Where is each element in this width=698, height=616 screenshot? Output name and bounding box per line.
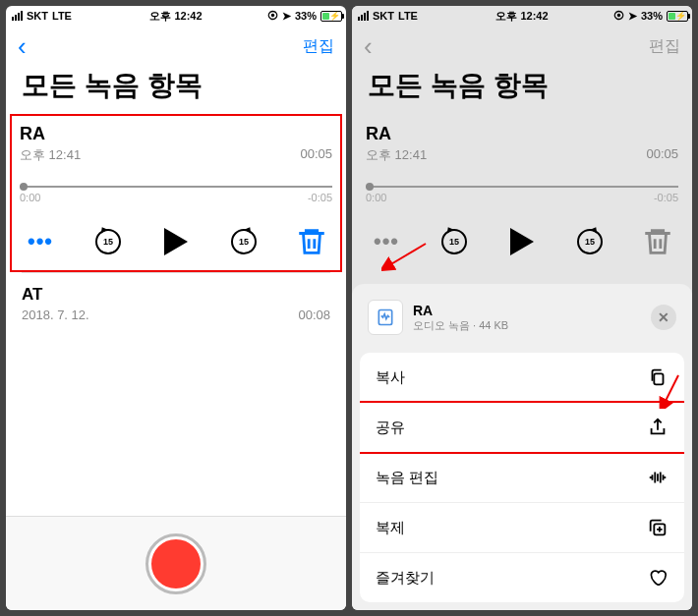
delete-button[interactable] xyxy=(641,225,674,258)
svg-rect-2 xyxy=(654,373,663,384)
clock-icon: ⦿ xyxy=(613,10,624,22)
scrub-end: -0:05 xyxy=(654,192,678,203)
item-duration: 00:08 xyxy=(298,308,330,322)
status-bar: SKT LTE 오후 12:42 ⦿ ➤ 33% ⚡ xyxy=(352,6,692,26)
signal-icon xyxy=(12,11,23,21)
status-bar: SKT LTE 오후 12:42 ⦿ ➤ 33% ⚡ xyxy=(6,6,346,26)
scrubber[interactable]: 0:00 -0:05 xyxy=(366,186,678,203)
action-share[interactable]: 공유 xyxy=(360,403,684,453)
action-favorite[interactable]: 즐겨찾기 xyxy=(360,553,684,602)
skip-back-button[interactable]: 15 xyxy=(437,225,471,258)
network: LTE xyxy=(398,10,418,22)
record-bar xyxy=(6,516,346,610)
skip-forward-icon: 15 xyxy=(231,229,257,254)
copy-icon xyxy=(647,366,669,388)
action-label: 즐겨찾기 xyxy=(376,569,435,588)
nav-bar: ‹ 편집 xyxy=(6,26,346,67)
record-button[interactable] xyxy=(148,536,204,591)
phone-right: SKT LTE 오후 12:42 ⦿ ➤ 33% ⚡ ‹ 편집 모든 녹음 항목… xyxy=(352,6,692,610)
scrubber-thumb[interactable] xyxy=(20,183,28,191)
carrier: SKT xyxy=(27,10,48,22)
skip-forward-icon: 15 xyxy=(577,229,603,254)
scrub-start: 0:00 xyxy=(366,192,386,203)
edit-button[interactable]: 편집 xyxy=(303,36,334,57)
carrier: SKT xyxy=(373,10,394,22)
action-copy[interactable]: 복사 xyxy=(360,353,684,403)
clock-icon: ⦿ xyxy=(267,10,278,22)
back-button[interactable]: ‹ xyxy=(364,31,373,62)
status-time: 오후 12:42 xyxy=(495,9,548,24)
close-button[interactable]: ✕ xyxy=(651,305,676,330)
network: LTE xyxy=(52,10,72,22)
sheet-header: RA 오디오 녹음 · 44 KB ✕ xyxy=(360,292,684,343)
sheet-file-meta: 오디오 녹음 · 44 KB xyxy=(413,318,641,333)
recorded-at: 오후 12:41 xyxy=(366,146,427,164)
sheet-actions: 복사 공유 녹음 편집 복제 즐겨찾기 xyxy=(360,353,684,602)
trash-icon xyxy=(641,225,674,258)
expanded-recording[interactable]: RA 오후 12:41 00:05 0:00 -0:05 ••• 15 15 xyxy=(6,114,346,272)
action-duplicate[interactable]: 복제 xyxy=(360,503,684,553)
page-title: 모든 녹음 항목 xyxy=(6,67,346,114)
battery-icon: ⚡ xyxy=(667,11,686,22)
duration: 00:05 xyxy=(646,146,678,164)
sheet-file-name: RA xyxy=(413,303,641,318)
battery-icon: ⚡ xyxy=(320,11,340,22)
item-date: 2018. 7. 12. xyxy=(22,308,89,322)
signal-icon xyxy=(358,11,369,21)
play-icon xyxy=(510,228,534,255)
scrubber-thumb[interactable] xyxy=(366,183,374,191)
recording-name[interactable]: RA xyxy=(366,124,678,144)
battery-pct: 33% xyxy=(641,10,663,22)
action-sheet: RA 오디오 녹음 · 44 KB ✕ 복사 공유 녹음 편집 복제 xyxy=(352,284,692,610)
heart-icon xyxy=(647,567,669,588)
expanded-recording[interactable]: RA 오후 12:41 00:05 0:00 -0:05 ••• 15 15 xyxy=(352,114,692,272)
more-button[interactable]: ••• xyxy=(370,225,403,258)
phone-left: SKT LTE 오후 12:42 ⦿ ➤ 33% ⚡ ‹ 편집 모든 녹음 항목… xyxy=(6,6,346,610)
action-label: 녹음 편집 xyxy=(376,469,438,487)
action-edit-recording[interactable]: 녹음 편집 xyxy=(360,453,684,503)
item-name: AT xyxy=(22,285,330,305)
battery-pct: 33% xyxy=(295,10,317,22)
edit-button[interactable]: 편집 xyxy=(649,36,680,57)
waveform-icon xyxy=(647,467,669,488)
audio-file-icon xyxy=(368,300,403,335)
location-arrow-icon: ➤ xyxy=(628,10,637,23)
skip-back-icon: 15 xyxy=(95,229,121,254)
page-title: 모든 녹음 항목 xyxy=(352,67,692,114)
annotation-box xyxy=(10,114,342,272)
back-button[interactable]: ‹ xyxy=(18,31,27,62)
annotation-box xyxy=(360,401,684,454)
location-arrow-icon: ➤ xyxy=(282,10,291,23)
skip-back-icon: 15 xyxy=(441,229,467,254)
action-label: 복사 xyxy=(376,368,405,387)
status-time: 오후 12:42 xyxy=(149,9,202,24)
duplicate-icon xyxy=(647,517,669,538)
play-button[interactable] xyxy=(505,225,539,258)
list-item[interactable]: AT 2018. 7. 12. 00:08 xyxy=(6,273,346,334)
skip-forward-button[interactable]: 15 xyxy=(573,225,607,258)
nav-bar: ‹ 편집 xyxy=(352,26,692,67)
action-label: 복제 xyxy=(376,519,405,537)
